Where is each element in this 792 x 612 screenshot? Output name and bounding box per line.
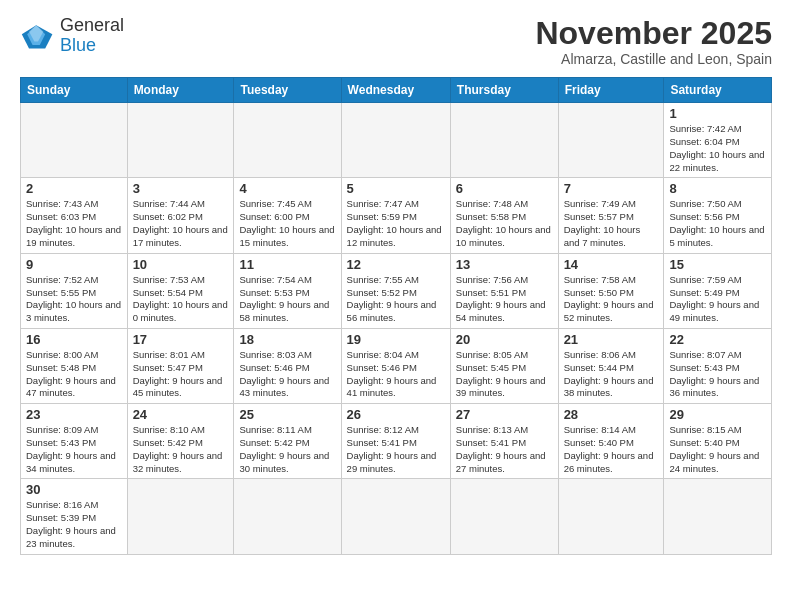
calendar-day: 9Sunrise: 7:52 AM Sunset: 5:55 PM Daylig…	[21, 253, 128, 328]
calendar-header-thursday: Thursday	[450, 78, 558, 103]
day-number: 14	[564, 257, 659, 272]
calendar-day: 4Sunrise: 7:45 AM Sunset: 6:00 PM Daylig…	[234, 178, 341, 253]
day-number: 3	[133, 181, 229, 196]
day-info: Sunrise: 8:10 AM Sunset: 5:42 PM Dayligh…	[133, 424, 229, 475]
calendar-day: 1Sunrise: 7:42 AM Sunset: 6:04 PM Daylig…	[664, 103, 772, 178]
day-info: Sunrise: 8:06 AM Sunset: 5:44 PM Dayligh…	[564, 349, 659, 400]
calendar-day: 5Sunrise: 7:47 AM Sunset: 5:59 PM Daylig…	[341, 178, 450, 253]
day-info: Sunrise: 7:52 AM Sunset: 5:55 PM Dayligh…	[26, 274, 122, 325]
day-info: Sunrise: 7:56 AM Sunset: 5:51 PM Dayligh…	[456, 274, 553, 325]
calendar-day	[341, 479, 450, 554]
calendar-week-1: 2Sunrise: 7:43 AM Sunset: 6:03 PM Daylig…	[21, 178, 772, 253]
day-info: Sunrise: 7:53 AM Sunset: 5:54 PM Dayligh…	[133, 274, 229, 325]
logo-text: General Blue	[60, 16, 124, 56]
page: General Blue November 2025 Almarza, Cast…	[0, 0, 792, 565]
logo-line1: General	[60, 16, 124, 36]
day-number: 24	[133, 407, 229, 422]
title-block: November 2025 Almarza, Castille and Leon…	[535, 16, 772, 67]
day-info: Sunrise: 7:50 AM Sunset: 5:56 PM Dayligh…	[669, 198, 766, 249]
day-number: 7	[564, 181, 659, 196]
calendar-week-0: 1Sunrise: 7:42 AM Sunset: 6:04 PM Daylig…	[21, 103, 772, 178]
day-number: 1	[669, 106, 766, 121]
calendar-week-5: 30Sunrise: 8:16 AM Sunset: 5:39 PM Dayli…	[21, 479, 772, 554]
day-number: 27	[456, 407, 553, 422]
calendar-day	[450, 479, 558, 554]
day-number: 18	[239, 332, 335, 347]
day-number: 12	[347, 257, 445, 272]
day-number: 4	[239, 181, 335, 196]
calendar-day: 12Sunrise: 7:55 AM Sunset: 5:52 PM Dayli…	[341, 253, 450, 328]
day-number: 28	[564, 407, 659, 422]
calendar-day: 17Sunrise: 8:01 AM Sunset: 5:47 PM Dayli…	[127, 328, 234, 403]
calendar-day: 8Sunrise: 7:50 AM Sunset: 5:56 PM Daylig…	[664, 178, 772, 253]
day-info: Sunrise: 8:16 AM Sunset: 5:39 PM Dayligh…	[26, 499, 122, 550]
day-info: Sunrise: 8:11 AM Sunset: 5:42 PM Dayligh…	[239, 424, 335, 475]
calendar-day: 28Sunrise: 8:14 AM Sunset: 5:40 PM Dayli…	[558, 404, 664, 479]
calendar-day: 3Sunrise: 7:44 AM Sunset: 6:02 PM Daylig…	[127, 178, 234, 253]
calendar-header-tuesday: Tuesday	[234, 78, 341, 103]
calendar-day: 15Sunrise: 7:59 AM Sunset: 5:49 PM Dayli…	[664, 253, 772, 328]
calendar-day: 6Sunrise: 7:48 AM Sunset: 5:58 PM Daylig…	[450, 178, 558, 253]
day-info: Sunrise: 7:58 AM Sunset: 5:50 PM Dayligh…	[564, 274, 659, 325]
day-info: Sunrise: 7:59 AM Sunset: 5:49 PM Dayligh…	[669, 274, 766, 325]
calendar-day	[234, 479, 341, 554]
day-number: 22	[669, 332, 766, 347]
calendar-day: 2Sunrise: 7:43 AM Sunset: 6:03 PM Daylig…	[21, 178, 128, 253]
day-info: Sunrise: 7:42 AM Sunset: 6:04 PM Dayligh…	[669, 123, 766, 174]
day-number: 19	[347, 332, 445, 347]
day-info: Sunrise: 8:05 AM Sunset: 5:45 PM Dayligh…	[456, 349, 553, 400]
calendar-day: 11Sunrise: 7:54 AM Sunset: 5:53 PM Dayli…	[234, 253, 341, 328]
calendar-header-wednesday: Wednesday	[341, 78, 450, 103]
calendar-day	[664, 479, 772, 554]
calendar-day	[127, 103, 234, 178]
calendar-day: 24Sunrise: 8:10 AM Sunset: 5:42 PM Dayli…	[127, 404, 234, 479]
day-info: Sunrise: 7:45 AM Sunset: 6:00 PM Dayligh…	[239, 198, 335, 249]
day-info: Sunrise: 7:47 AM Sunset: 5:59 PM Dayligh…	[347, 198, 445, 249]
day-number: 11	[239, 257, 335, 272]
calendar-day: 27Sunrise: 8:13 AM Sunset: 5:41 PM Dayli…	[450, 404, 558, 479]
calendar-day: 7Sunrise: 7:49 AM Sunset: 5:57 PM Daylig…	[558, 178, 664, 253]
calendar-day: 29Sunrise: 8:15 AM Sunset: 5:40 PM Dayli…	[664, 404, 772, 479]
logo: General Blue	[20, 16, 124, 56]
day-info: Sunrise: 8:12 AM Sunset: 5:41 PM Dayligh…	[347, 424, 445, 475]
day-info: Sunrise: 7:44 AM Sunset: 6:02 PM Dayligh…	[133, 198, 229, 249]
calendar-header-sunday: Sunday	[21, 78, 128, 103]
calendar-week-2: 9Sunrise: 7:52 AM Sunset: 5:55 PM Daylig…	[21, 253, 772, 328]
calendar: SundayMondayTuesdayWednesdayThursdayFrid…	[20, 77, 772, 555]
header: General Blue November 2025 Almarza, Cast…	[20, 16, 772, 67]
calendar-day	[341, 103, 450, 178]
calendar-day	[558, 479, 664, 554]
day-info: Sunrise: 7:54 AM Sunset: 5:53 PM Dayligh…	[239, 274, 335, 325]
calendar-day: 23Sunrise: 8:09 AM Sunset: 5:43 PM Dayli…	[21, 404, 128, 479]
calendar-day: 25Sunrise: 8:11 AM Sunset: 5:42 PM Dayli…	[234, 404, 341, 479]
day-info: Sunrise: 8:14 AM Sunset: 5:40 PM Dayligh…	[564, 424, 659, 475]
calendar-day: 20Sunrise: 8:05 AM Sunset: 5:45 PM Dayli…	[450, 328, 558, 403]
day-number: 6	[456, 181, 553, 196]
calendar-day	[127, 479, 234, 554]
day-info: Sunrise: 7:49 AM Sunset: 5:57 PM Dayligh…	[564, 198, 659, 249]
calendar-header-row: SundayMondayTuesdayWednesdayThursdayFrid…	[21, 78, 772, 103]
calendar-header-saturday: Saturday	[664, 78, 772, 103]
calendar-day: 18Sunrise: 8:03 AM Sunset: 5:46 PM Dayli…	[234, 328, 341, 403]
day-info: Sunrise: 8:03 AM Sunset: 5:46 PM Dayligh…	[239, 349, 335, 400]
day-number: 29	[669, 407, 766, 422]
calendar-day	[234, 103, 341, 178]
calendar-day: 14Sunrise: 7:58 AM Sunset: 5:50 PM Dayli…	[558, 253, 664, 328]
location: Almarza, Castille and Leon, Spain	[535, 51, 772, 67]
day-info: Sunrise: 8:00 AM Sunset: 5:48 PM Dayligh…	[26, 349, 122, 400]
day-number: 9	[26, 257, 122, 272]
calendar-day: 22Sunrise: 8:07 AM Sunset: 5:43 PM Dayli…	[664, 328, 772, 403]
day-info: Sunrise: 7:48 AM Sunset: 5:58 PM Dayligh…	[456, 198, 553, 249]
day-info: Sunrise: 8:13 AM Sunset: 5:41 PM Dayligh…	[456, 424, 553, 475]
day-info: Sunrise: 8:15 AM Sunset: 5:40 PM Dayligh…	[669, 424, 766, 475]
day-number: 26	[347, 407, 445, 422]
day-info: Sunrise: 7:55 AM Sunset: 5:52 PM Dayligh…	[347, 274, 445, 325]
calendar-day	[558, 103, 664, 178]
day-info: Sunrise: 8:04 AM Sunset: 5:46 PM Dayligh…	[347, 349, 445, 400]
calendar-day: 16Sunrise: 8:00 AM Sunset: 5:48 PM Dayli…	[21, 328, 128, 403]
day-number: 20	[456, 332, 553, 347]
calendar-day	[450, 103, 558, 178]
calendar-day: 21Sunrise: 8:06 AM Sunset: 5:44 PM Dayli…	[558, 328, 664, 403]
calendar-week-3: 16Sunrise: 8:00 AM Sunset: 5:48 PM Dayli…	[21, 328, 772, 403]
calendar-day: 13Sunrise: 7:56 AM Sunset: 5:51 PM Dayli…	[450, 253, 558, 328]
